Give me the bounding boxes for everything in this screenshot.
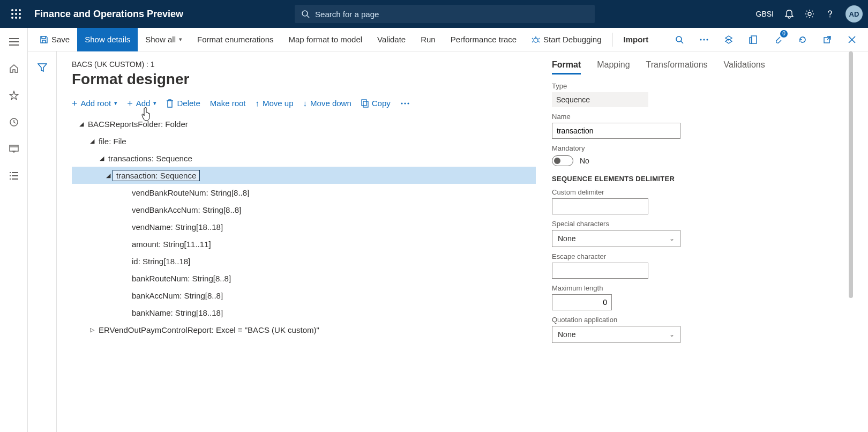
start-debugging-label: Start Debugging <box>543 35 601 44</box>
show-details-button[interactable]: Show details <box>77 28 138 51</box>
tree-node[interactable]: vendName: String[18..18] <box>72 218 536 235</box>
more-icon[interactable] <box>695 31 713 48</box>
custom-delimiter-input[interactable] <box>552 198 648 214</box>
related-icon[interactable] <box>720 31 737 48</box>
close-icon[interactable] <box>843 31 860 48</box>
caret-expanded-icon[interactable]: ◢ <box>104 172 113 179</box>
help-icon[interactable] <box>825 9 835 19</box>
options-icon[interactable] <box>745 31 762 48</box>
breadcrumb: BACS (UK CUSTOM) : 1 <box>72 60 536 69</box>
validate-label: Validate <box>377 35 406 44</box>
tree-node-selected[interactable]: ◢transaction: Sequence <box>72 167 536 184</box>
tree-label: bankAccNum: String[8..8] <box>130 290 225 301</box>
filter-rail <box>28 51 57 432</box>
tree-node[interactable]: ◢BACSReportsFolder: Folder <box>72 115 536 132</box>
tree-node[interactable]: ◢transactions: Sequence <box>72 150 536 167</box>
svg-point-49 <box>407 102 409 104</box>
perf-trace-label: Performance trace <box>451 35 517 44</box>
svg-point-35 <box>700 39 701 40</box>
svg-rect-45 <box>362 100 366 106</box>
open-new-icon[interactable] <box>819 31 836 48</box>
tree-node[interactable]: ◢file: File <box>72 132 536 150</box>
format-enumerations-button[interactable]: Format enumerations <box>190 28 281 51</box>
delete-button[interactable]: Delete <box>166 99 200 108</box>
caret-expanded-icon[interactable]: ◢ <box>98 155 106 162</box>
quotation-value: None <box>558 330 575 339</box>
attachments-badge: 0 <box>780 30 788 38</box>
global-search[interactable] <box>295 5 595 23</box>
tree-node[interactable]: vendBankAccNum: String[8..8] <box>72 201 536 218</box>
modules-icon[interactable] <box>5 167 23 184</box>
show-all-button[interactable]: Show all▾ <box>138 28 190 51</box>
app-launcher-icon[interactable] <box>5 3 27 25</box>
svg-point-11 <box>808 12 811 16</box>
custom-delimiter-label: Custom delimiter <box>552 188 852 196</box>
tree-node[interactable]: vendBankRouteNum: String[8..8] <box>72 184 536 201</box>
move-down-button[interactable]: ↓Move down <box>303 99 351 108</box>
svg-point-33 <box>676 36 682 42</box>
tab-transformations[interactable]: Transformations <box>646 60 708 75</box>
org-label[interactable]: GBSI <box>756 10 774 18</box>
caret-expanded-icon[interactable]: ◢ <box>88 138 96 145</box>
mandatory-toggle[interactable] <box>552 155 573 166</box>
maxlen-input[interactable] <box>552 294 612 310</box>
app-title: Finance and Operations Preview <box>34 9 183 20</box>
caret-expanded-icon[interactable]: ◢ <box>77 121 86 128</box>
scrollbar[interactable] <box>849 51 853 298</box>
tree-node[interactable]: bankAccNum: String[8..8] <box>72 287 536 304</box>
action-bar: Save Show details Show all▾ Format enume… <box>0 28 868 51</box>
tree-node[interactable]: bankRouteNum: String[8..8] <box>72 270 536 287</box>
tree-node[interactable]: ▷ERVendOutPaymControlReport: Excel = "BA… <box>72 321 536 338</box>
add-button[interactable]: +Add▾ <box>127 99 156 108</box>
escape-input[interactable] <box>552 263 648 279</box>
filter-icon[interactable] <box>34 59 51 76</box>
tree-more-icon[interactable] <box>400 102 410 105</box>
refresh-icon[interactable] <box>794 31 811 48</box>
map-format-button[interactable]: Map format to model <box>281 28 370 51</box>
make-root-label: Make root <box>210 99 246 108</box>
tab-validations[interactable]: Validations <box>724 60 765 75</box>
move-down-label: Move down <box>310 99 351 108</box>
special-characters-select[interactable]: None ⌄ <box>552 230 680 247</box>
home-icon[interactable] <box>5 60 23 77</box>
copy-button[interactable]: Copy <box>361 99 391 108</box>
name-label: Name <box>552 113 852 121</box>
move-up-button[interactable]: ↑Move up <box>256 99 294 108</box>
type-value: Sequence <box>552 92 648 107</box>
avatar[interactable]: AD <box>845 5 863 23</box>
arrow-down-icon: ↓ <box>303 99 308 108</box>
search-icon <box>301 10 310 18</box>
quotation-select[interactable]: None ⌄ <box>552 326 680 343</box>
star-icon[interactable] <box>5 87 23 104</box>
tree-label: amount: String[11..11] <box>130 239 213 250</box>
performance-trace-button[interactable]: Performance trace <box>443 28 524 51</box>
bell-icon[interactable] <box>784 9 794 19</box>
svg-point-8 <box>19 17 21 19</box>
add-root-button[interactable]: +Add root▾ <box>72 99 117 108</box>
search-input[interactable] <box>315 10 588 19</box>
mandatory-value: No <box>580 157 589 165</box>
import-button[interactable]: Import <box>616 28 656 51</box>
start-debugging-button[interactable]: Start Debugging <box>524 28 609 51</box>
recent-icon[interactable] <box>5 114 23 131</box>
tree-label: ERVendOutPaymControlReport: Excel = "BAC… <box>96 324 321 336</box>
make-root-button[interactable]: Make root <box>210 99 246 108</box>
tree-node[interactable]: amount: String[11..11] <box>72 235 536 252</box>
gear-icon[interactable] <box>805 9 814 19</box>
tree-node[interactable]: bankName: String[18..18] <box>72 304 536 321</box>
validate-button[interactable]: Validate <box>370 28 413 51</box>
tab-mapping[interactable]: Mapping <box>597 60 630 75</box>
run-button[interactable]: Run <box>413 28 443 51</box>
svg-point-5 <box>19 13 21 15</box>
svg-point-27 <box>534 38 538 42</box>
search-action-icon[interactable] <box>671 31 688 48</box>
workspace-icon[interactable] <box>5 140 23 158</box>
tab-format[interactable]: Format <box>552 60 581 75</box>
save-button[interactable]: Save <box>32 28 77 51</box>
name-input[interactable] <box>552 123 680 139</box>
attachments-icon[interactable]: 0 <box>769 31 787 48</box>
caret-collapsed-icon[interactable]: ▷ <box>88 326 96 333</box>
nav-hamburger-icon[interactable] <box>5 33 23 50</box>
tree-toolbar: +Add root▾ +Add▾ Delete Make root ↑Move … <box>72 99 536 108</box>
tree-node[interactable]: id: String[18..18] <box>72 252 536 270</box>
